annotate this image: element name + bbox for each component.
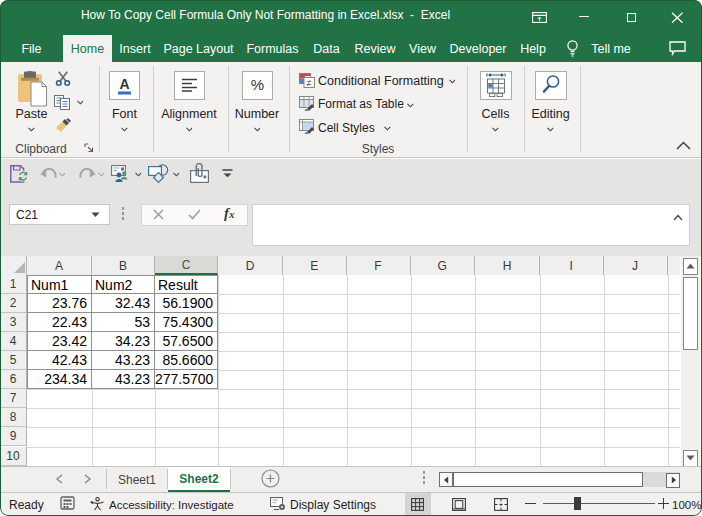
svg-text:≠: ≠ [307, 77, 312, 87]
svg-text:A: A [119, 76, 129, 92]
